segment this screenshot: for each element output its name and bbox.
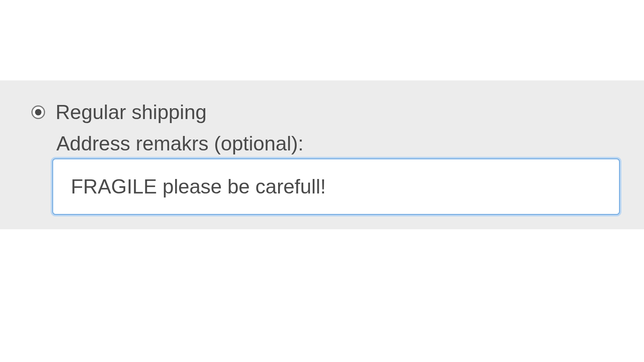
shipping-option-regular[interactable]: Regular shipping — [0, 101, 644, 124]
whitespace-bottom — [0, 229, 644, 362]
shipping-form-panel: Regular shipping Address remakrs (option… — [0, 80, 644, 229]
regular-shipping-label: Regular shipping — [56, 101, 206, 124]
whitespace-top — [0, 0, 644, 80]
address-remarks-label: Address remakrs (optional): — [0, 132, 644, 155]
address-remarks-input[interactable] — [52, 158, 620, 215]
regular-shipping-radio[interactable] — [31, 105, 45, 119]
address-remarks-input-wrap — [0, 158, 644, 215]
